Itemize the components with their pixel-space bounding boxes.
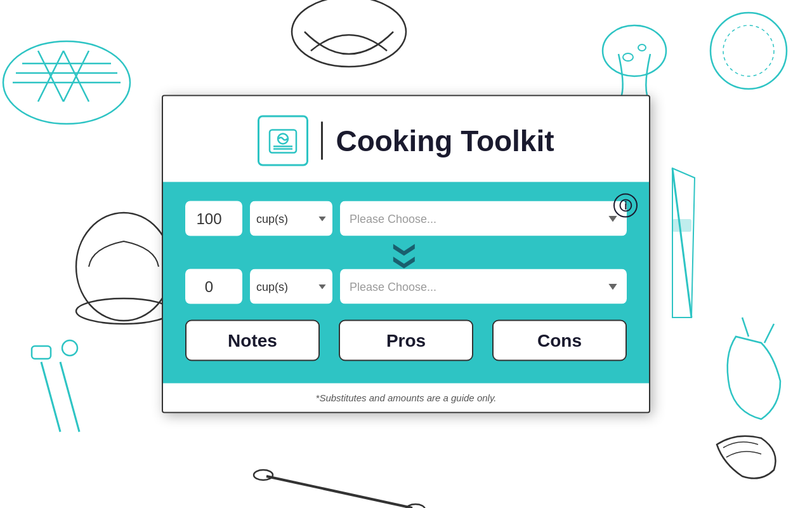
svg-line-4: [38, 51, 63, 102]
dialog-body: ⓘ cup(s) tbsp(s) tsp(s) oz(s) g kg ml L …: [163, 182, 649, 384]
pros-button[interactable]: Pros: [339, 320, 473, 361]
to-unit-select[interactable]: cup(s) tbsp(s) tsp(s) oz(s) g kg ml L: [250, 269, 332, 304]
svg-point-10: [623, 53, 633, 61]
from-unit-select[interactable]: cup(s) tbsp(s) tsp(s) oz(s) g kg ml L: [250, 201, 332, 236]
dialog-header: Cooking Toolkit: [163, 97, 649, 182]
svg-line-24: [742, 318, 749, 337]
svg-line-5: [38, 51, 63, 102]
disclaimer-text: *Substitutes and amounts are a guide onl…: [316, 392, 497, 403]
svg-point-27: [723, 25, 774, 76]
dialog-wrapper: Cooking Toolkit ⓘ cup(s) tbsp(s) tsp(s) …: [162, 95, 650, 413]
svg-point-9: [603, 25, 666, 76]
svg-point-22: [254, 470, 273, 480]
svg-point-23: [406, 504, 425, 508]
svg-point-17: [62, 340, 77, 356]
to-controls-row: cup(s) tbsp(s) tsp(s) oz(s) g kg ml L Pl…: [185, 269, 627, 304]
header-divider: [321, 122, 323, 160]
info-button[interactable]: ⓘ: [613, 194, 638, 218]
dialog-footer: *Substitutes and amounts are a guide onl…: [163, 384, 649, 412]
notes-button[interactable]: Notes: [185, 320, 320, 361]
from-quantity-input[interactable]: [185, 201, 242, 236]
svg-point-11: [638, 44, 646, 51]
cooking-toolkit-dialog: Cooking Toolkit ⓘ cup(s) tbsp(s) tsp(s) …: [162, 95, 650, 413]
from-controls-row: cup(s) tbsp(s) tsp(s) oz(s) g kg ml L Pl…: [185, 201, 627, 236]
from-ingredient-select[interactable]: Please Choose...: [340, 201, 627, 236]
app-logo-icon: [258, 116, 308, 166]
svg-line-6: [63, 51, 89, 102]
svg-point-13: [76, 298, 171, 324]
svg-marker-19: [672, 168, 695, 318]
svg-line-21: [266, 476, 412, 508]
svg-line-16: [60, 362, 79, 432]
svg-rect-20: [672, 219, 691, 232]
down-chevron-icon: ❯❯: [395, 241, 417, 266]
svg-line-7: [63, 51, 89, 102]
action-buttons-row: Notes Pros Cons: [185, 320, 627, 361]
svg-line-18: [672, 168, 691, 318]
svg-point-8: [292, 0, 406, 67]
cons-button[interactable]: Cons: [492, 320, 627, 361]
svg-line-14: [41, 362, 60, 432]
svg-point-0: [3, 41, 130, 124]
to-ingredient-select[interactable]: Please Choose...: [340, 269, 627, 304]
svg-line-25: [764, 324, 774, 343]
to-quantity-input[interactable]: [185, 269, 242, 304]
svg-point-12: [76, 213, 171, 321]
svg-point-26: [710, 13, 787, 89]
app-title: Cooking Toolkit: [336, 124, 554, 158]
svg-rect-15: [32, 346, 51, 359]
conversion-arrow-row: ❯❯: [185, 243, 627, 264]
